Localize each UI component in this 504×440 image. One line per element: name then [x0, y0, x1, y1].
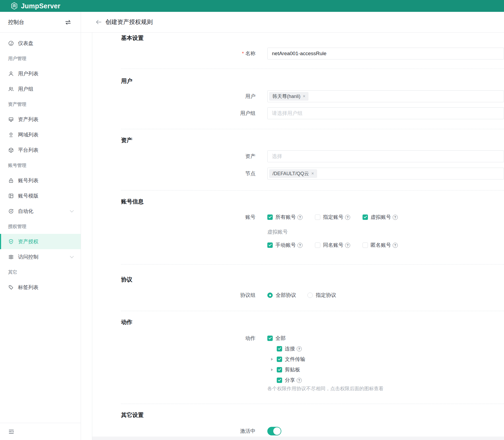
actions-tree-row: 动作 全部 连接 ? 文件传输 — [121, 335, 504, 392]
accounts-options-row: 账号 所有账号 ? 指定账号 ? 虚拟账号 ? — [121, 213, 504, 221]
asset-select[interactable]: 选择 — [267, 150, 504, 162]
help-icon[interactable]: ? — [297, 243, 303, 248]
expand-caret-icon[interactable] — [271, 368, 273, 371]
section-divider — [121, 129, 504, 129]
radio-selected[interactable] — [267, 293, 273, 298]
chevron-down-icon[interactable] — [70, 254, 74, 258]
sidebar-item-label: 资产列表 — [18, 116, 38, 123]
section-divider — [121, 311, 504, 311]
sidebar-item-account-templates[interactable]: 账号模版 — [0, 188, 81, 203]
sidebar-item-access-control[interactable]: 访问控制 — [0, 249, 81, 265]
swap-view-icon[interactable] — [65, 19, 72, 26]
checkbox-checked[interactable] — [277, 378, 282, 383]
sidebar-item-label: 自动化 — [18, 208, 33, 215]
sidebar-item-label: 标签列表 — [18, 284, 38, 291]
chevron-down-icon[interactable] — [70, 208, 74, 212]
help-icon[interactable]: ? — [393, 215, 398, 220]
sidebar: 仪表盘 用户管理 用户列表 用户组 资产管理 资产列表 网域列表 平台列表 账号… — [0, 33, 81, 440]
help-icon[interactable]: ? — [345, 215, 350, 220]
checkbox-checked[interactable] — [277, 367, 282, 372]
sidebar-item-user-groups[interactable]: 用户组 — [0, 81, 81, 97]
sidebar-divider — [81, 12, 81, 440]
check-icon — [268, 215, 272, 218]
sidebar-item-asset-permissions[interactable]: 资产授权 — [0, 234, 81, 249]
name-label: *名称 — [121, 48, 267, 59]
protocol-group-row: 协议组 全部协议 指定协议 — [121, 291, 504, 299]
sidebar-item-asset-list[interactable]: 资产列表 — [0, 112, 81, 127]
help-icon[interactable]: ? — [393, 243, 398, 248]
sidebar-item-label: 用户列表 — [18, 70, 38, 77]
sidebar-footer — [0, 423, 81, 440]
sidebar-item-automation[interactable]: A 自动化 — [0, 203, 81, 219]
help-icon[interactable]: ? — [297, 215, 303, 220]
actions-tree: 全部 连接 ? 文件传输 — [267, 335, 384, 392]
active-toggle[interactable] — [267, 427, 281, 435]
checkbox-checked[interactable] — [267, 336, 273, 341]
sidebar-item-label: 账号模版 — [18, 192, 38, 199]
checkbox-checked[interactable] — [277, 346, 282, 351]
help-icon[interactable]: ? — [297, 378, 302, 383]
automation-icon: A — [8, 208, 14, 214]
location-pin-icon — [8, 132, 14, 138]
checkbox-checked[interactable] — [267, 214, 273, 220]
user-select[interactable]: 韩天尊(hanli) × — [267, 90, 504, 102]
remove-tag-icon[interactable]: × — [311, 171, 314, 176]
asset-field-row: 资产 选择 — [121, 150, 504, 162]
lock-icon — [8, 178, 14, 184]
node-select[interactable]: /DEFAULT/QQ云 × — [267, 168, 504, 179]
user-tag: 韩天尊(hanli) × — [269, 92, 308, 101]
console-switcher-label[interactable]: 控制台 — [8, 12, 24, 32]
sidebar-item-tag-list[interactable]: 标签列表 — [0, 280, 81, 295]
action-clipboard: 剪贴板 — [271, 366, 384, 374]
actions-label: 动作 — [121, 335, 267, 342]
active-toggle-row: 激活中 — [121, 427, 504, 435]
page-title: 创建资产授权规则 — [105, 12, 153, 32]
checkbox-unchecked[interactable] — [315, 242, 320, 248]
sidebar-item-label: 访问控制 — [18, 254, 38, 261]
actions-children: 连接 ? 文件传输 剪贴板 — [271, 345, 384, 384]
node-tag: /DEFAULT/QQ云 × — [269, 169, 317, 178]
checkbox-checked[interactable] — [277, 357, 282, 362]
name-input-box — [267, 48, 504, 59]
sidebar-item-platform-list[interactable]: 平台列表 — [0, 142, 81, 158]
collapse-sidebar-icon[interactable] — [8, 428, 15, 435]
horizontal-scrollbar[interactable] — [92, 437, 504, 440]
option-virtual-accounts: 虚拟账号 ? — [363, 214, 398, 221]
action-all: 全部 — [267, 335, 384, 342]
virtual-accounts-subheading: 虚拟账号 — [267, 228, 288, 235]
user-group-select[interactable]: 请选择用户组 — [267, 107, 504, 119]
checkbox-checked[interactable] — [267, 242, 273, 248]
name-input[interactable] — [268, 51, 504, 57]
brand-name: JumpServer — [21, 2, 61, 10]
sidebar-item-dashboard[interactable]: 仪表盘 — [0, 36, 81, 51]
help-icon[interactable]: ? — [345, 243, 350, 248]
sidebar-item-account-list[interactable]: 账号列表 — [0, 173, 81, 188]
shield-check-icon — [8, 239, 14, 245]
user-field-row: 用户 韩天尊(hanli) × — [121, 90, 504, 102]
user-group-label: 用户组 — [121, 107, 267, 119]
expand-caret-icon[interactable] — [271, 358, 273, 361]
remove-tag-icon[interactable]: × — [303, 94, 305, 99]
action-connect: 连接 ? — [271, 345, 384, 353]
check-icon — [278, 347, 281, 350]
help-icon[interactable]: ? — [297, 346, 302, 351]
toggle-knob — [273, 427, 281, 435]
checkbox-unchecked[interactable] — [315, 214, 320, 220]
sidebar-item-label: 平台列表 — [18, 147, 38, 154]
monitor-icon — [8, 117, 14, 122]
sidebar-group-accounts: 账号管理 — [0, 158, 81, 173]
checkbox-checked[interactable] — [363, 214, 368, 220]
virtual-accounts-subheading-row: 虚拟账号 — [121, 228, 504, 236]
dashboard-icon — [8, 40, 14, 46]
user-group-icon — [8, 86, 14, 92]
sidebar-item-domain-list[interactable]: 网域列表 — [0, 127, 81, 142]
section-divider — [121, 190, 504, 191]
checkbox-unchecked[interactable] — [363, 242, 368, 248]
back-arrow-icon[interactable] — [95, 19, 102, 26]
sidebar-item-user-list[interactable]: 用户列表 — [0, 66, 81, 81]
create-permission-form: 基本设置 *名称 用户 用户 韩天尊(hanli) × 用户组 请选择用户组 — [92, 34, 504, 435]
section-actions-heading: 动作 — [121, 318, 504, 326]
actions-hint: 各个权限作用协议不尽相同，点击权限后面的图标查看 — [267, 386, 384, 392]
sidebar-group-perms: 授权管理 — [0, 219, 81, 234]
radio-unselected[interactable] — [307, 293, 313, 298]
